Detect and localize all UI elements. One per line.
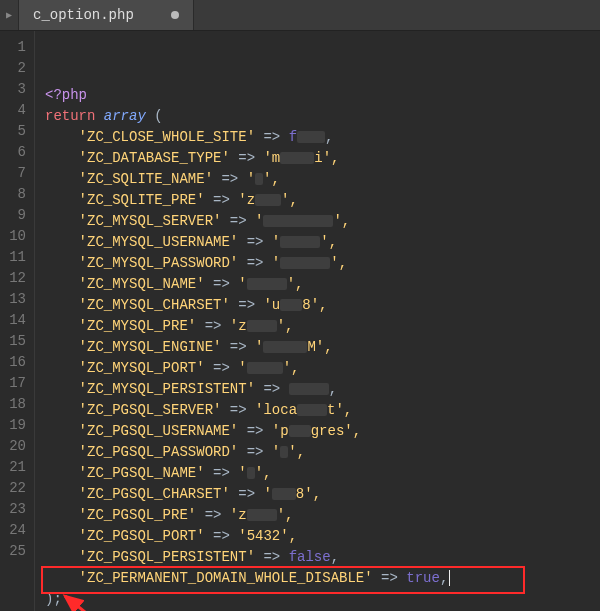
line-number: 5: [4, 121, 26, 142]
text-cursor: [449, 570, 450, 586]
code-line[interactable]: 'ZC_CLOSE_WHOLE_SITE' => f,: [45, 127, 600, 148]
code-line[interactable]: 'ZC_SQLITE_NAME' => '',: [45, 169, 600, 190]
code-line[interactable]: 'ZC_MYSQL_PERSISTENT' => ,: [45, 379, 600, 400]
tab-bar: ▶ c_option.php: [0, 0, 600, 31]
code-line[interactable]: 'ZC_SQLITE_PRE' => 'z',: [45, 190, 600, 211]
line-number: 24: [4, 520, 26, 541]
code-line[interactable]: 'ZC_PGSQL_NAME' => '',: [45, 463, 600, 484]
code-line[interactable]: return array (: [45, 106, 600, 127]
line-number: 22: [4, 478, 26, 499]
code-line[interactable]: 'ZC_MYSQL_PORT' => '',: [45, 358, 600, 379]
line-number: 1: [4, 37, 26, 58]
line-number: 9: [4, 205, 26, 226]
line-number: 4: [4, 100, 26, 121]
code-line[interactable]: 'ZC_MYSQL_SERVER' => '',: [45, 211, 600, 232]
line-number: 12: [4, 268, 26, 289]
code-area[interactable]: <?phpreturn array ( 'ZC_CLOSE_WHOLE_SITE…: [35, 31, 600, 611]
code-line[interactable]: 'ZC_PERMANENT_DOMAIN_WHOLE_DISABLE' => t…: [45, 568, 600, 589]
code-line[interactable]: 'ZC_PGSQL_CHARSET' => '8',: [45, 484, 600, 505]
code-line[interactable]: 'ZC_MYSQL_PASSWORD' => '',: [45, 253, 600, 274]
code-editor[interactable]: 1234567891011121314151617181920212223242…: [0, 31, 600, 611]
code-line[interactable]: 'ZC_MYSQL_PRE' => 'z',: [45, 316, 600, 337]
line-number: 8: [4, 184, 26, 205]
line-number: 2: [4, 58, 26, 79]
line-number: 23: [4, 499, 26, 520]
line-number: 20: [4, 436, 26, 457]
line-number: 11: [4, 247, 26, 268]
code-line[interactable]: 'ZC_PGSQL_PERSISTENT' => false,: [45, 547, 600, 568]
line-number: 16: [4, 352, 26, 373]
line-number: 3: [4, 79, 26, 100]
line-number: 19: [4, 415, 26, 436]
code-line[interactable]: 'ZC_PGSQL_PORT' => '5432',: [45, 526, 600, 547]
code-line[interactable]: 'ZC_MYSQL_NAME' => '',: [45, 274, 600, 295]
line-number: 18: [4, 394, 26, 415]
code-line[interactable]: <?php: [45, 85, 600, 106]
line-number: 25: [4, 541, 26, 562]
line-number: 13: [4, 289, 26, 310]
file-tab-label: c_option.php: [33, 7, 134, 23]
tab-handle-icon[interactable]: ▶: [0, 0, 19, 30]
file-tab[interactable]: c_option.php: [19, 0, 194, 30]
code-line[interactable]: 'ZC_PGSQL_PASSWORD' => '',: [45, 442, 600, 463]
line-number: 17: [4, 373, 26, 394]
line-number: 7: [4, 163, 26, 184]
code-line[interactable]: 'ZC_MYSQL_USERNAME' => '',: [45, 232, 600, 253]
unsaved-dot-icon: [171, 11, 179, 19]
line-number: 21: [4, 457, 26, 478]
line-number: 6: [4, 142, 26, 163]
code-line[interactable]: 'ZC_PGSQL_PRE' => 'z',: [45, 505, 600, 526]
line-number: 15: [4, 331, 26, 352]
line-number: 14: [4, 310, 26, 331]
code-line[interactable]: 'ZC_MYSQL_CHARSET' => 'u8',: [45, 295, 600, 316]
code-line[interactable]: );: [45, 589, 600, 610]
code-line[interactable]: 'ZC_PGSQL_USERNAME' => 'pgres',: [45, 421, 600, 442]
line-number-gutter: 1234567891011121314151617181920212223242…: [0, 31, 35, 611]
line-number: 10: [4, 226, 26, 247]
code-line[interactable]: 'ZC_MYSQL_ENGINE' => 'M',: [45, 337, 600, 358]
code-line[interactable]: 'ZC_PGSQL_SERVER' => 'locat',: [45, 400, 600, 421]
code-line[interactable]: 'ZC_DATABASE_TYPE' => 'mi',: [45, 148, 600, 169]
